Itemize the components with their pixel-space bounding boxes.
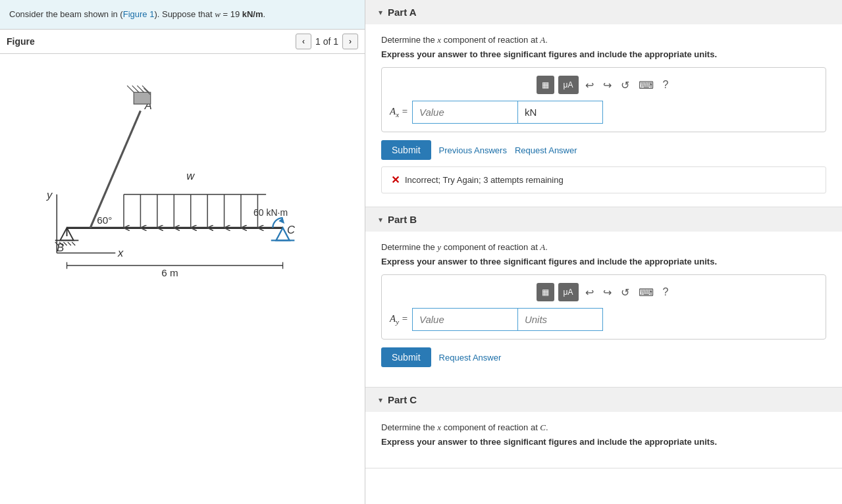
part-a-var: x (437, 35, 441, 45)
redo-icon-a: ↪ (603, 80, 612, 91)
part-a-answer-box: ▦ μΑ ↩ ↪ ↺ ⌨ (381, 67, 826, 132)
prev-figure-btn[interactable]: ‹ (296, 34, 311, 49)
keyboard-icon-a: ⌨ (639, 80, 654, 91)
figure-svg: y x A (7, 61, 358, 295)
svg-text:6 m: 6 m (161, 267, 178, 278)
help-btn-a[interactable]: ? (660, 78, 671, 92)
part-a-value-input[interactable] (412, 101, 517, 124)
chevron-left-icon: ‹ (302, 37, 305, 46)
matrix-icon-a: ▦ (542, 80, 549, 89)
svg-text:B: B (57, 241, 64, 253)
keyboard-icon-b: ⌨ (639, 287, 654, 298)
part-a-instruction: Express your answer to three significant… (381, 49, 826, 59)
chevron-right-icon: › (349, 37, 352, 46)
svg-text:60 kN·m: 60 kN·m (253, 207, 288, 218)
svg-rect-15 (134, 92, 150, 104)
keyboard-btn-a[interactable]: ⌨ (636, 78, 656, 93)
svg-text:y: y (46, 188, 53, 201)
part-b-submit-btn[interactable]: Submit (381, 347, 431, 367)
part-a-units-input[interactable] (517, 101, 603, 124)
matrix-btn-b[interactable]: ▦ (537, 283, 554, 301)
keyboard-btn-b[interactable]: ⌨ (636, 285, 656, 300)
part-b-request-answer-btn[interactable]: Request Answer (439, 353, 502, 363)
right-panel: ▾ Part A Determine the x component of re… (365, 0, 842, 504)
part-b-var: y (437, 242, 441, 252)
part-a-submit-btn[interactable]: Submit (381, 140, 431, 160)
svg-line-13 (90, 111, 140, 228)
part-b-header[interactable]: ▾ Part B (365, 207, 842, 232)
reset-icon-b: ↺ (621, 287, 629, 298)
part-c-question: Determine the x component of reaction at… (381, 422, 826, 433)
part-a-var-label: Ax = (390, 106, 408, 118)
reset-icon-a: ↺ (621, 80, 629, 91)
figure-title: Figure (7, 36, 35, 47)
redo-icon-b: ↪ (603, 287, 612, 298)
part-b-question: Determine the y component of reaction at… (381, 242, 826, 253)
part-a-section: ▾ Part A Determine the x component of re… (365, 0, 842, 207)
part-b-units-input[interactable] (517, 308, 603, 331)
part-c-header[interactable]: ▾ Part C (365, 388, 842, 412)
matrix-icon-b: ▦ (542, 288, 549, 297)
part-c-section: ▾ Part C Determine the x component of re… (365, 388, 842, 468)
figure-header: Figure ‹ 1 of 1 › (0, 30, 365, 54)
part-b-action-row: Submit Request Answer (381, 347, 826, 367)
matrix-btn-a[interactable]: ▦ (537, 76, 554, 94)
part-b-body: Determine the y component of reaction at… (365, 232, 842, 387)
part-c-label: Part C (388, 394, 417, 405)
part-a-feedback: ✕ Incorrect; Try Again; 3 attempts remai… (381, 166, 826, 193)
mu-icon-a: μΑ (564, 80, 573, 89)
help-icon-a: ? (663, 79, 669, 90)
undo-icon-a: ↩ (585, 80, 594, 91)
figure-link[interactable]: Figure 1 (123, 9, 155, 19)
part-c-instruction: Express your answer to three significant… (381, 437, 826, 447)
figure-nav: ‹ 1 of 1 › (296, 34, 358, 49)
help-btn-b[interactable]: ? (660, 285, 671, 299)
left-panel: Consider the beam shown in (Figure 1). S… (0, 0, 365, 504)
part-b-input-row: Ay = (390, 308, 818, 331)
problem-statement: Consider the beam shown in (Figure 1). S… (0, 0, 365, 30)
part-b-chevron: ▾ (379, 215, 382, 224)
figure-area: Figure ‹ 1 of 1 › y x (0, 30, 365, 505)
part-c-point: C (540, 422, 546, 432)
undo-btn-b[interactable]: ↩ (583, 285, 596, 300)
help-icon-b: ? (663, 286, 669, 297)
part-b-label: Part B (388, 214, 417, 225)
part-a-body: Determine the x component of reaction at… (365, 24, 842, 207)
part-b-answer-box: ▦ μΑ ↩ ↪ ↺ ⌨ (381, 274, 826, 340)
part-b-instruction: Express your answer to three significant… (381, 257, 826, 266)
part-a-action-row: Submit Previous Answers Request Answer (381, 140, 826, 160)
part-a-request-answer-btn[interactable]: Request Answer (515, 145, 577, 155)
svg-line-11 (72, 241, 75, 245)
svg-text:60°: 60° (97, 214, 112, 225)
part-c-var: x (437, 422, 441, 432)
part-b-point: A (540, 242, 545, 252)
part-a-point: A (540, 35, 545, 45)
part-a-question: Determine the x component of reaction at… (381, 35, 826, 45)
redo-btn-a[interactable]: ↪ (600, 78, 614, 93)
part-a-input-row: Ax = (390, 101, 818, 124)
reset-btn-a[interactable]: ↺ (618, 78, 632, 93)
svg-text:x: x (117, 246, 124, 259)
part-b-var-label: Ay = (390, 313, 408, 326)
mu-icon-b: μΑ (564, 288, 573, 297)
part-b-value-input[interactable] (412, 308, 517, 331)
part-a-toolbar: ▦ μΑ ↩ ↪ ↺ ⌨ (390, 76, 818, 94)
part-a-chevron: ▾ (379, 8, 382, 17)
undo-btn-a[interactable]: ↩ (583, 78, 596, 93)
reset-btn-b[interactable]: ↺ (618, 285, 632, 300)
undo-icon-b: ↩ (585, 287, 594, 298)
part-c-body: Determine the x component of reaction at… (365, 412, 842, 468)
figure-page: 1 of 1 (315, 36, 338, 47)
part-a-feedback-text: Incorrect; Try Again; 3 attempts remaini… (405, 175, 564, 185)
part-a-label: Part A (388, 7, 417, 18)
part-a-header[interactable]: ▾ Part A (365, 0, 842, 24)
mu-btn-b[interactable]: μΑ (558, 283, 579, 301)
mu-btn-a[interactable]: μΑ (558, 76, 579, 94)
next-figure-btn[interactable]: › (342, 34, 358, 49)
svg-text:C: C (287, 224, 296, 236)
svg-text:w: w (186, 169, 195, 182)
redo-btn-b[interactable]: ↪ (600, 285, 614, 300)
figure-content: y x A (0, 54, 365, 505)
part-a-prev-answers-btn[interactable]: Previous Answers (439, 145, 507, 155)
part-b-section: ▾ Part B Determine the y component of re… (365, 207, 842, 388)
